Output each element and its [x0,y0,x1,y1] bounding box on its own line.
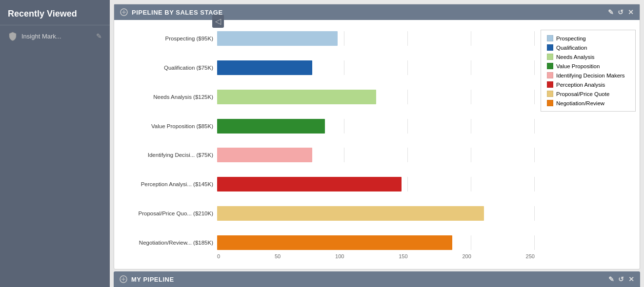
bar-area [217,60,535,75]
x-axis-label: 150 [399,253,407,259]
legend-label: Perception Analysis [556,82,605,88]
bar-row: Perception Analysi... ($145K) [118,173,535,195]
legend-label: Value Proposition [556,63,600,69]
legend-color-swatch [547,91,553,97]
legend-item: Identifying Decision Makers [547,72,629,78]
legend-item: Value Proposition [547,63,629,69]
chart2-close-icon[interactable]: ✕ [628,275,635,283]
x-axis-label: 0 [217,253,220,259]
bar-area [217,148,535,162]
legend-color-swatch [547,35,553,41]
chart1-header: PIPELINE BY SALES STAGE ✎ ↺ ✕ [114,4,640,20]
bar-area-wrapper [217,119,535,134]
bar-label: Needs Analysis ($125K) [118,94,213,100]
bar-chart: Prospecting ($95K)Qualification ($75K)Ne… [118,28,541,253]
bar-fill [217,60,312,75]
x-axis-label: 200 [462,253,471,259]
chart1-bars-and-axis: Prospecting ($95K)Qualification ($75K)Ne… [118,28,541,261]
bar-fill [217,90,376,104]
chart2-refresh-icon[interactable]: ↺ [618,275,624,283]
chart2-edit-icon[interactable]: ✎ [608,275,615,283]
sidebar: Recently Viewed Insight Mark... ✎ [0,0,110,287]
bar-row: Prospecting ($95K) [118,28,535,49]
bar-row: Negotiation/Review... ($185K) [118,232,535,253]
chart1-header-icons: ✎ ↺ ✕ [608,8,634,16]
bar-row: Value Proposition ($85K) [118,115,535,137]
legend-label: Identifying Decision Makers [556,73,625,78]
bar-label: Value Proposition ($85K) [118,123,213,129]
sidebar-item-label: Insight Mark... [21,33,92,40]
main-content: PIPELINE BY SALES STAGE ✎ ↺ ✕ Prospectin… [110,0,644,287]
legend-color-swatch [547,44,553,51]
bar-label: Identifying Decisi... ($75K) [118,152,213,158]
bar-row: Proposal/Price Quo... ($210K) [118,203,535,224]
bar-label: Perception Analysi... ($145K) [118,181,213,187]
bar-area-wrapper [217,31,535,46]
chart1-legend: ProspectingQualificationNeeds AnalysisVa… [541,30,636,112]
legend-color-swatch [547,81,553,88]
chart2-header-icon [120,275,127,283]
bar-area [217,31,535,46]
legend-label: Prospecting [556,36,586,41]
bar-area [217,235,535,250]
chart1-refresh-icon[interactable]: ↺ [618,8,624,16]
chart1-body: Prospecting ($95K)Qualification ($75K)Ne… [114,20,640,269]
x-axis-label: 250 [526,253,535,259]
bar-area-wrapper [217,60,535,75]
legend-color-swatch [547,63,553,69]
bar-area-wrapper [217,90,535,104]
legend-item: Needs Analysis [547,54,629,60]
bar-area-wrapper [217,206,535,221]
bar-area-wrapper [217,235,535,250]
bar-label: Qualification ($75K) [118,65,213,71]
sidebar-item-insight[interactable]: Insight Mark... ✎ [0,25,110,47]
shield-icon [8,31,18,41]
legend-item: Perception Analysis [547,81,629,88]
sidebar-title: Recently Viewed [0,0,110,25]
legend-color-swatch [547,100,553,106]
legend-color-swatch [547,54,553,60]
bar-fill [217,119,325,134]
legend-item: Prospecting [547,35,629,41]
legend-item: Qualification [547,44,629,51]
legend-color-swatch [547,72,553,78]
sidebar-edit-icon[interactable]: ✎ [96,32,102,40]
bar-fill [217,206,484,221]
bar-label: Proposal/Price Quo... ($210K) [118,210,213,216]
legend-label: Negotiation/Review [556,100,604,106]
bar-area [217,90,535,104]
legend-label: Proposal/Price Quote [556,91,609,97]
bar-row: Needs Analysis ($125K) [118,86,535,108]
chart2-title: MY PIPELINE [131,276,604,283]
bar-fill [217,31,338,46]
chart1-close-icon[interactable]: ✕ [628,8,634,16]
chart2-header-icons: ✎ ↺ ✕ [608,275,635,283]
x-axis-label: 100 [335,253,344,259]
bar-area-wrapper [217,148,535,162]
bar-row: Qualification ($75K) [118,57,535,78]
legend-item: Proposal/Price Quote [547,91,629,97]
bar-area [217,177,535,191]
x-axis: 050100150200250 [217,253,541,261]
pipeline2-header: MY PIPELINE ✎ ↺ ✕ [114,271,640,287]
bar-label: Negotiation/Review... ($185K) [118,240,213,246]
x-axis-label: 50 [275,253,281,259]
bar-row: Identifying Decisi... ($75K) [118,144,535,166]
bar-fill [217,177,402,191]
bar-area [217,119,535,134]
legend-item: Negotiation/Review [547,100,629,106]
bar-label: Prospecting ($95K) [118,36,213,41]
bar-area-wrapper [217,177,535,191]
legend-label: Qualification [556,45,587,51]
bar-area [217,206,535,221]
pipeline-chart-panel: PIPELINE BY SALES STAGE ✎ ↺ ✕ Prospectin… [114,4,640,269]
chart1-edit-icon[interactable]: ✎ [608,8,614,16]
chart1-header-icon [120,8,128,16]
legend-label: Needs Analysis [556,54,595,60]
bar-fill [217,235,452,250]
chart1-title: PIPELINE BY SALES STAGE [132,9,604,16]
bar-fill [217,148,312,162]
